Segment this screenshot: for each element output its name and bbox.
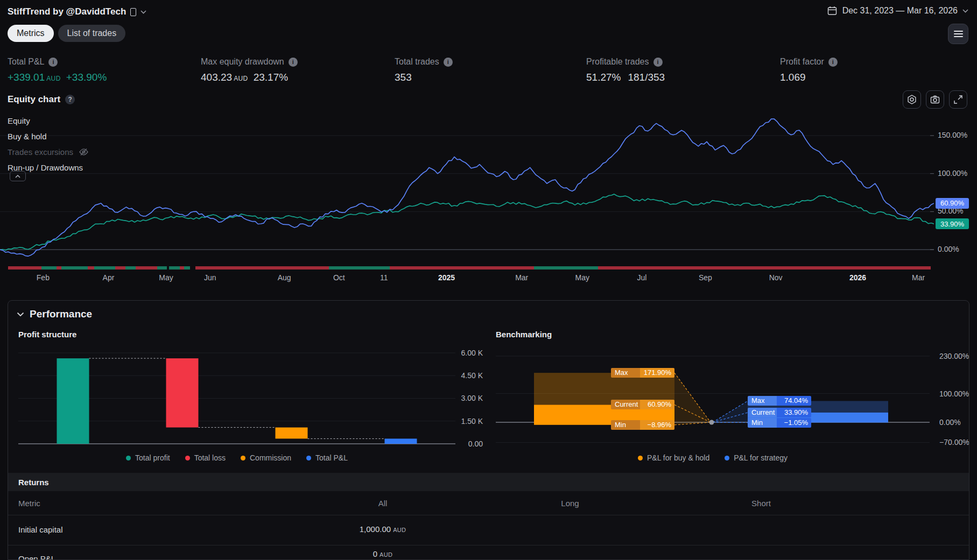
- info-icon[interactable]: i: [48, 58, 58, 67]
- axis-tick-label: 0.00%: [938, 245, 959, 253]
- performance-header[interactable]: Performance: [17, 308, 92, 320]
- axis-tick-label: 230.00%: [939, 352, 969, 360]
- profit-structure-chart[interactable]: [18, 344, 455, 451]
- calendar-icon: [827, 5, 838, 16]
- column-all: All: [378, 499, 388, 508]
- legend-item-buy-and-hold[interactable]: Buy & hold: [8, 130, 89, 143]
- chip-value: 171.90%: [640, 368, 674, 378]
- trade-segment-green: [94, 266, 115, 270]
- info-icon[interactable]: i: [653, 58, 663, 67]
- chip-label: Current: [748, 408, 777, 417]
- axis-tick-label: 150.00%: [938, 131, 967, 139]
- legend-item[interactable]: Commission: [241, 453, 291, 462]
- tab-metrics[interactable]: Metrics: [8, 25, 54, 42]
- axis-tick-label: 100.00%: [939, 389, 969, 398]
- date-range-text: Dec 31, 2023 — Mar 16, 2026: [842, 6, 958, 16]
- chip-value: −8.96%: [640, 420, 674, 430]
- legend-item[interactable]: Total P&L: [306, 453, 348, 462]
- expand-icon: [953, 94, 964, 105]
- menu-icon: [954, 31, 963, 32]
- equity-chart-legend: Equity Buy & hold Trades excursions Run-…: [8, 114, 89, 174]
- legend-label: Commission: [250, 453, 291, 462]
- legend-label: P&L for strategy: [734, 453, 788, 462]
- chip-value: 60.90%: [640, 400, 674, 409]
- benchmarking-title: Benchmarking: [496, 330, 552, 339]
- legend-item[interactable]: P&L for strategy: [725, 453, 788, 462]
- row-label-open-pnl: Open P&L: [18, 554, 55, 560]
- equity-plot[interactable]: [0, 110, 934, 262]
- tab-list-of-trades[interactable]: List of trades: [58, 25, 126, 42]
- trade-segment-green: [534, 266, 598, 270]
- legend-label: Total P&L: [315, 453, 348, 462]
- metric-total-pnl: Total P&L i +339.01AUD+33.90%: [8, 57, 107, 83]
- trade-segment-red: [57, 266, 61, 270]
- legend-dot-icon: [306, 456, 311, 460]
- help-icon[interactable]: ?: [65, 95, 75, 104]
- divider: [8, 545, 969, 545]
- time-axis-label: 11: [380, 273, 388, 282]
- trade-outcome-strip: [0, 266, 977, 270]
- time-axis-label: Feb: [37, 273, 50, 282]
- trade-segment-red: [180, 266, 184, 270]
- chip-label: Max: [748, 396, 777, 406]
- trade-segment-green: [184, 266, 190, 270]
- range-chip: Min−8.96%: [611, 420, 674, 430]
- column-long: Long: [561, 499, 579, 508]
- gear-icon: [906, 94, 917, 105]
- info-icon[interactable]: i: [444, 58, 453, 67]
- trade-segment-green: [169, 266, 180, 270]
- profit-structure-legend: Total profitTotal lossCommissionTotal P&…: [18, 453, 455, 462]
- equity-chart-toolbar: [903, 90, 967, 109]
- axis-tick-label: −70.00%: [939, 438, 969, 446]
- panel-menu-button[interactable]: [948, 24, 968, 44]
- legend-item[interactable]: P&L for buy & hold: [638, 453, 709, 462]
- info-icon[interactable]: i: [828, 58, 838, 67]
- chart-settings-button[interactable]: [903, 90, 921, 109]
- benchmarking-chart[interactable]: [496, 344, 930, 451]
- strip-gap: [190, 266, 195, 270]
- initial-capital-value: 1,000.00AUD: [360, 524, 406, 534]
- trade-segment-red: [88, 266, 94, 270]
- legend-label: P&L for buy & hold: [647, 453, 709, 462]
- time-axis-label: Mar: [515, 273, 528, 282]
- legend-item-trades-excursions[interactable]: Trades excursions: [8, 145, 89, 158]
- metric-max-drawdown: Max equity drawdown i 403.23AUD23.17%: [201, 57, 298, 83]
- range-chip: Max171.90%: [611, 368, 674, 378]
- chip-value: −1.05%: [777, 418, 811, 428]
- collapse-legend-button[interactable]: [10, 171, 26, 181]
- profit-structure-title: Profit structure: [18, 330, 76, 339]
- metric-profitable-trades: Profitable trades i 51.27%181/353: [586, 57, 665, 83]
- eye-off-icon: [79, 147, 89, 157]
- info-icon[interactable]: i: [289, 58, 298, 67]
- divider: [8, 515, 969, 515]
- legend-item[interactable]: Total loss: [185, 453, 226, 462]
- legend-dot-icon: [638, 456, 643, 460]
- legend-label: Total profit: [135, 453, 170, 462]
- returns-table-header: Metric All Long Short: [8, 499, 969, 511]
- strategy-title-row[interactable]: StiffTrend by @DaviddTech: [8, 6, 146, 17]
- legend-item[interactable]: Total profit: [126, 453, 170, 462]
- performance-section: Performance Profit structure Benchmarkin…: [8, 300, 969, 560]
- range-chip: Current33.90%: [748, 408, 811, 417]
- chevron-down-icon: [17, 312, 24, 317]
- time-axis-label: 2026: [849, 273, 866, 282]
- lock-icon: [130, 8, 136, 16]
- time-axis-label: Aug: [278, 273, 291, 282]
- legend-dot-icon: [185, 456, 190, 460]
- chip-value: 74.04%: [777, 396, 811, 406]
- strategy-tester-panel: StiffTrend by @DaviddTech Dec 31, 2023 —…: [0, 0, 977, 560]
- row-label-initial-capital: Initial capital: [18, 525, 63, 534]
- legend-dot-icon: [725, 456, 729, 460]
- equity-time-axis[interactable]: FebAprMayJunAugOct112025MarMayJulSepNov2…: [0, 273, 977, 284]
- trade-segment-red: [598, 266, 931, 270]
- fullscreen-button[interactable]: [949, 90, 967, 109]
- snapshot-button[interactable]: [926, 90, 944, 109]
- legend-item-equity[interactable]: Equity: [8, 114, 89, 127]
- trade-segment-red: [8, 266, 41, 270]
- date-range-picker[interactable]: Dec 31, 2023 — Mar 16, 2026: [827, 5, 968, 16]
- range-chip: Max74.04%: [748, 396, 811, 406]
- chip-label: Current: [611, 400, 640, 409]
- metric-total-trades: Total trades i 353: [395, 57, 453, 83]
- returns-section-header[interactable]: Returns: [8, 473, 969, 491]
- trade-segment-green: [157, 266, 167, 270]
